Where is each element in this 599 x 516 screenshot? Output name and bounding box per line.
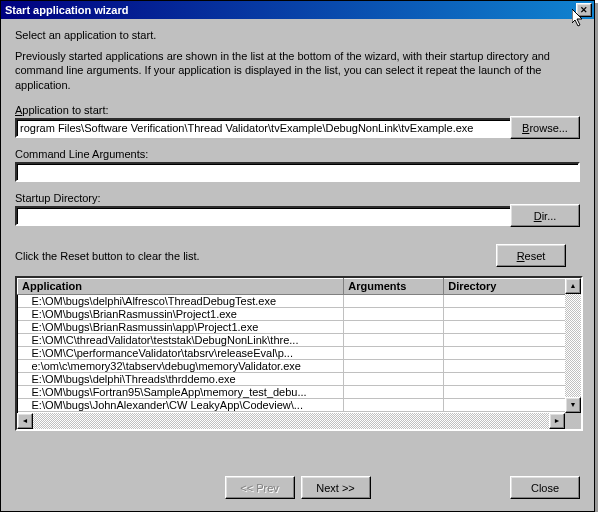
startup-dir-input[interactable] (15, 206, 580, 226)
command-line-label: Command Line Arguments: (15, 148, 580, 160)
intro-text: Select an application to start. (15, 29, 580, 41)
table-cell: E:\OM\C\threadValidator\teststak\DebugNo… (18, 333, 344, 346)
startup-dir-label: Startup Directory: (15, 192, 580, 204)
history-table-container: Application Arguments Directory E:\OM\bu… (15, 276, 583, 431)
table-cell (444, 372, 581, 385)
table-cell (344, 333, 444, 346)
table-row[interactable]: E:\OM\bugs\BrianRasmussin\Project1.exe (18, 307, 581, 320)
reset-rest: eset (525, 250, 546, 262)
table-cell (444, 346, 581, 359)
table-row[interactable]: E:\OM\bugs\delphi\Threads\thrddemo.exe (18, 372, 581, 385)
table-cell (344, 346, 444, 359)
table-cell: E:\OM\bugs\Fortran95\SampleApp\memory_te… (18, 385, 344, 398)
command-line-row (15, 162, 580, 182)
titlebar: Start application wizard ✕ (1, 1, 594, 19)
table-row[interactable]: e:\om\c\memory32\tabserv\debug\memoryVal… (18, 359, 581, 372)
vertical-scrollbar[interactable]: ▲ ▼ (565, 278, 581, 413)
table-cell (444, 320, 581, 333)
table-cell: E:\OM\bugs\delphi\Threads\thrddemo.exe (18, 372, 344, 385)
table-cell (344, 385, 444, 398)
scroll-left-icon[interactable]: ◄ (17, 413, 33, 429)
scroll-up-icon[interactable]: ▲ (565, 278, 581, 294)
startup-dir-row: Dir... (15, 206, 580, 226)
table-cell (344, 320, 444, 333)
scroll-down-icon[interactable]: ▼ (565, 397, 581, 413)
description-text: Previously started applications are show… (15, 49, 580, 92)
col-application[interactable]: Application (18, 278, 344, 294)
app-to-start-label: Application to start: (15, 104, 580, 116)
dir-button[interactable]: Dir... (510, 204, 580, 227)
window-title: Start application wizard (5, 4, 128, 16)
table-cell (444, 398, 581, 411)
table-cell: E:\OM\bugs\JohnAlexander\CW LeakyApp\Cod… (18, 398, 344, 411)
table-cell (344, 372, 444, 385)
command-line-input[interactable] (15, 162, 580, 182)
table-cell (344, 307, 444, 320)
scroll-right-icon[interactable]: ► (549, 413, 565, 429)
close-icon[interactable]: ✕ (576, 3, 592, 17)
content-area: Select an application to start. Previous… (1, 19, 594, 441)
reset-button[interactable]: Reset (496, 244, 566, 267)
table-cell: e:\om\c\memory32\tabserv\debug\memoryVal… (18, 359, 344, 372)
reset-hint: Click the Reset button to clear the list… (15, 250, 200, 262)
table-cell: E:\OM\bugs\BrianRasmussin\app\Project1.e… (18, 320, 344, 333)
table-row[interactable]: E:\OM\bugs\BrianRasmussin\app\Project1.e… (18, 320, 581, 333)
table-cell: E:\OM\C\performanceValidator\tabsrv\rele… (18, 346, 344, 359)
table-cell (344, 359, 444, 372)
table-row[interactable]: E:\OM\bugs\delphi\Alfresco\ThreadDebugTe… (18, 294, 581, 307)
reset-row: Click the Reset button to clear the list… (15, 244, 580, 268)
col-arguments[interactable]: Arguments (344, 278, 444, 294)
table-row[interactable]: E:\OM\bugs\Fortran95\SampleApp\memory_te… (18, 385, 581, 398)
scroll-corner (565, 413, 581, 429)
table-row[interactable]: E:\OM\bugs\JohnAlexander\CW LeakyApp\Cod… (18, 398, 581, 411)
history-table: Application Arguments Directory E:\OM\bu… (17, 278, 581, 412)
table-cell (444, 385, 581, 398)
table-cell (344, 398, 444, 411)
table-row[interactable]: E:\OM\C\threadValidator\teststak\DebugNo… (18, 333, 581, 346)
table-scroll: Application Arguments Directory E:\OM\bu… (17, 278, 581, 429)
wizard-window: Start application wizard ✕ Select an app… (0, 0, 595, 512)
horizontal-scrollbar[interactable]: ◄ ► (17, 413, 565, 429)
table-cell: E:\OM\bugs\delphi\Alfresco\ThreadDebugTe… (18, 294, 344, 307)
table-cell (444, 307, 581, 320)
footer-buttons: Close (1, 476, 594, 499)
table-cell (444, 333, 581, 346)
table-cell (344, 294, 444, 307)
dir-rest: ir... (542, 210, 557, 222)
browse-rest: rowse... (529, 122, 568, 134)
app-to-start-row: Browse... (15, 118, 580, 138)
titlebar-buttons: ✕ (574, 3, 592, 17)
table-cell (444, 359, 581, 372)
close-button[interactable]: Close (510, 476, 580, 499)
col-directory[interactable]: Directory (444, 278, 581, 294)
browse-button[interactable]: Browse... (510, 116, 580, 139)
table-cell (444, 294, 581, 307)
table-row[interactable]: E:\OM\C\performanceValidator\tabsrv\rele… (18, 346, 581, 359)
table-cell: E:\OM\bugs\BrianRasmussin\Project1.exe (18, 307, 344, 320)
app-to-start-input[interactable] (15, 118, 580, 138)
table-header-row: Application Arguments Directory (18, 278, 581, 294)
